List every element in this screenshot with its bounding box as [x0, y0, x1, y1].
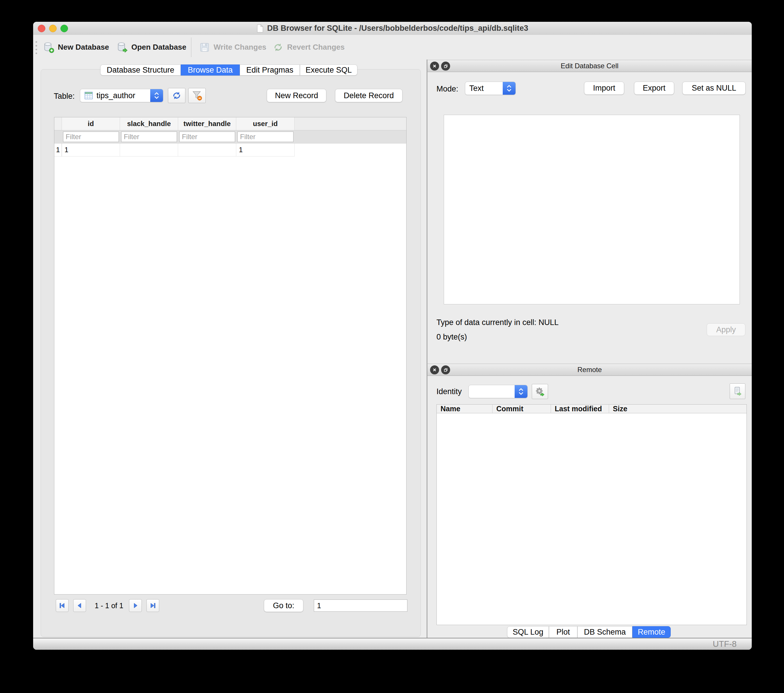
- export-label: Export: [643, 84, 665, 93]
- row-number-header: [54, 117, 62, 130]
- last-page-button[interactable]: [147, 599, 159, 612]
- previous-page-icon: [76, 602, 83, 609]
- remote-column-size[interactable]: Size: [609, 405, 746, 413]
- new-database-icon: [43, 41, 54, 53]
- desktop: DB Browser for SQLite - /Users/bobbelder…: [0, 0, 784, 693]
- new-database-label: New Database: [58, 43, 109, 52]
- column-header-id[interactable]: id: [62, 117, 120, 130]
- tab-browse-data[interactable]: Browse Data: [181, 64, 240, 76]
- remote-column-commit[interactable]: Commit: [492, 405, 551, 413]
- tab-edit-pragmas[interactable]: Edit Pragmas: [240, 64, 300, 76]
- title-wrap: DB Browser for SQLite - /Users/bobbelder…: [33, 22, 752, 35]
- edit-cell-dock-header[interactable]: Edit Database Cell: [427, 60, 752, 72]
- write-changes-icon: [199, 42, 210, 53]
- remote-column-last-modified[interactable]: Last modified: [551, 405, 609, 413]
- apply-button[interactable]: Apply: [707, 323, 745, 336]
- next-page-button[interactable]: [129, 599, 142, 612]
- tab-execute-sql[interactable]: Execute SQL: [300, 64, 357, 76]
- tab-sql-log[interactable]: SQL Log: [507, 626, 549, 638]
- tab-plot[interactable]: Plot: [549, 626, 577, 638]
- float-icon: [443, 368, 448, 372]
- cell-editor-textarea[interactable]: [444, 115, 740, 304]
- float-dock-button[interactable]: [441, 62, 450, 71]
- tab-label: Database Structure: [107, 66, 175, 75]
- revert-changes-icon: [273, 42, 283, 53]
- tab-label: SQL Log: [512, 628, 544, 637]
- table-icon: [84, 92, 93, 100]
- delete-record-button[interactable]: Delete Record: [335, 89, 402, 102]
- goto-button[interactable]: Go to:: [264, 599, 303, 612]
- remote-column-name[interactable]: Name: [437, 405, 492, 413]
- gear-arrow-icon: [535, 386, 545, 397]
- column-header-label: twitter_handle: [183, 120, 231, 128]
- goto-label: Go to:: [273, 601, 294, 610]
- main-toolbar: New Database Open Database: [33, 35, 752, 59]
- write-changes-button[interactable]: Write Changes: [199, 35, 267, 59]
- close-dock-button[interactable]: [430, 365, 439, 374]
- set-as-null-button[interactable]: Set as NULL: [682, 82, 746, 95]
- column-header-slack-handle[interactable]: slack_handle: [120, 117, 178, 130]
- cell-id[interactable]: 1: [62, 143, 120, 156]
- cell-slack-handle[interactable]: [120, 143, 178, 156]
- tab-database-structure[interactable]: Database Structure: [100, 64, 181, 76]
- data-grid: id slack_handle twitter_handle user_id 1…: [54, 117, 407, 594]
- last-page-icon: [149, 602, 156, 609]
- apply-label: Apply: [716, 325, 736, 334]
- tab-remote[interactable]: Remote: [632, 626, 671, 638]
- toolbar-separator: [191, 38, 191, 57]
- open-database-button[interactable]: Open Database: [116, 35, 186, 59]
- float-icon: [443, 64, 448, 69]
- title-bar[interactable]: DB Browser for SQLite - /Users/bobbelder…: [33, 22, 752, 35]
- filter-input-slack-handle[interactable]: [121, 131, 177, 142]
- new-database-button[interactable]: New Database: [43, 35, 109, 59]
- mode-select[interactable]: Text: [465, 82, 516, 95]
- revert-changes-button[interactable]: Revert Changes: [273, 35, 345, 59]
- refresh-icon: [171, 90, 182, 101]
- push-database-button[interactable]: [730, 383, 745, 399]
- clear-all-filters-button[interactable]: [188, 88, 206, 103]
- write-changes-label: Write Changes: [214, 43, 267, 52]
- toolbar-drag-handle[interactable]: [35, 40, 37, 54]
- delete-record-label: Delete Record: [344, 91, 394, 100]
- remote-column-label: Size: [613, 405, 628, 413]
- new-record-label: New Record: [275, 91, 318, 100]
- mode-label: Mode:: [436, 85, 458, 94]
- chevron-up-down-icon: [150, 89, 163, 102]
- first-page-icon: [59, 602, 66, 609]
- cell-value: 1: [64, 146, 68, 154]
- document-arrow-icon: [732, 386, 743, 396]
- tab-db-schema[interactable]: DB Schema: [577, 626, 632, 638]
- row-number: 1: [54, 143, 62, 156]
- filter-input-id[interactable]: [63, 131, 119, 142]
- first-page-button[interactable]: [56, 599, 69, 612]
- remote-column-label: Commit: [496, 405, 523, 413]
- previous-page-button[interactable]: [73, 599, 86, 612]
- goto-input[interactable]: [314, 599, 407, 612]
- remote-dock-header[interactable]: Remote: [427, 364, 752, 376]
- refresh-table-button[interactable]: [168, 88, 185, 103]
- filter-input-twitter-handle[interactable]: [179, 131, 235, 142]
- identity-label: Identity: [436, 387, 462, 396]
- new-record-button[interactable]: New Record: [267, 89, 326, 102]
- export-button[interactable]: Export: [634, 82, 674, 95]
- vertical-splitter[interactable]: [427, 59, 427, 638]
- tab-label: Execute SQL: [305, 66, 352, 75]
- cell-size-info: 0 byte(s): [436, 333, 467, 342]
- float-dock-button[interactable]: [441, 365, 450, 374]
- identity-settings-button[interactable]: [532, 384, 548, 399]
- encoding-indicator[interactable]: UTF-8: [713, 639, 737, 649]
- table-select[interactable]: tips_author: [80, 89, 163, 102]
- edit-cell-dock-title: Edit Database Cell: [427, 60, 752, 72]
- column-header-twitter-handle[interactable]: twitter_handle: [178, 117, 236, 130]
- app-window: DB Browser for SQLite - /Users/bobbelder…: [33, 22, 752, 650]
- filter-input-user-id[interactable]: [237, 131, 293, 142]
- column-header-user-id[interactable]: user_id: [236, 117, 295, 130]
- import-button[interactable]: Import: [584, 82, 624, 95]
- table-name: tips_author: [97, 91, 135, 100]
- identity-select[interactable]: [468, 385, 528, 398]
- close-dock-button[interactable]: [430, 62, 439, 71]
- open-database-icon: [116, 41, 128, 53]
- cell-value: 1: [239, 146, 243, 154]
- cell-user-id[interactable]: 1: [236, 143, 295, 156]
- cell-twitter-handle[interactable]: [178, 143, 236, 156]
